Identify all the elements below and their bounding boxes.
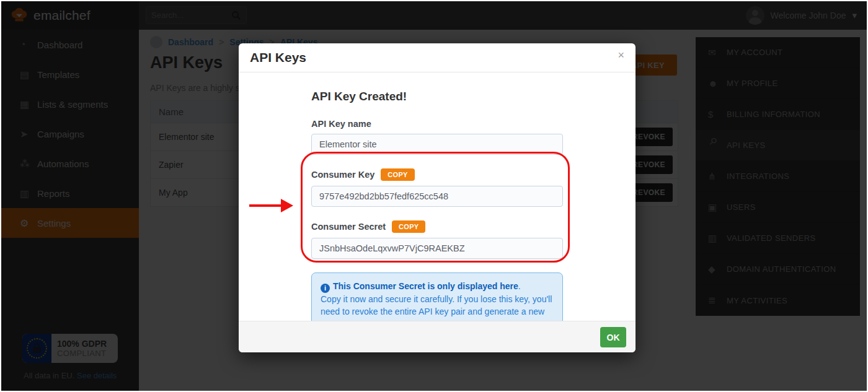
modal-footer: OK: [239, 321, 636, 352]
consumer-secret-label: Consumer Secret: [311, 222, 386, 232]
copy-consumer-key-button[interactable]: COPY: [381, 168, 414, 181]
modal-header: API Keys ×: [239, 43, 636, 72]
copy-consumer-secret-button[interactable]: COPY: [392, 220, 425, 233]
annotation-arrow-head-icon: [281, 199, 293, 212]
consumer-secret-input[interactable]: [311, 238, 563, 259]
api-key-name-label: API Key name: [311, 119, 371, 129]
close-icon[interactable]: ×: [618, 50, 624, 61]
modal-title: API Keys: [250, 50, 618, 65]
api-key-created-heading: API Key Created!: [311, 90, 563, 103]
info-bold-text: This Consumer Secret is only displayed h…: [333, 281, 518, 291]
app-window: emailchef Welcome John Doe ▾ ◔ Dashboard…: [1, 1, 867, 391]
info-icon: i: [321, 284, 330, 293]
ok-button[interactable]: OK: [600, 327, 626, 347]
consumer-key-label: Consumer Key: [311, 170, 374, 180]
api-keys-modal: API Keys × API Key Created! API Key name…: [239, 43, 636, 352]
consumer-key-input[interactable]: [311, 186, 563, 207]
annotation-arrow: [249, 204, 282, 207]
api-key-name-input[interactable]: [311, 134, 563, 155]
modal-body: API Key Created! API Key name Consumer K…: [311, 72, 563, 338]
